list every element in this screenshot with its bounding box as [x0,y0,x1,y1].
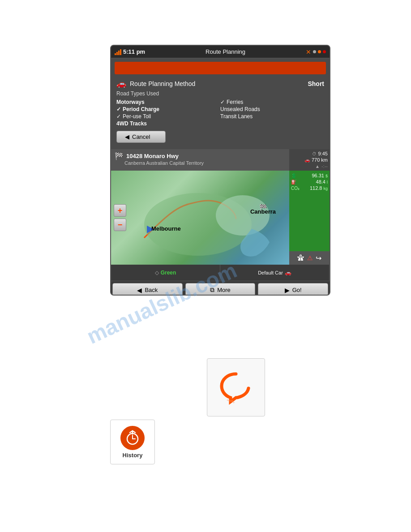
map-container: + − ▶ Melbourne Canberra 🏁 💲 96.31 $ ⛽ [111,171,330,265]
route-bar [115,62,326,74]
svg-point-1 [216,195,270,236]
4wd-label: 4WD Tracks [116,120,147,127]
device-screen: 5:11 pm Route Planning ✕ 🚗 Route Plannin… [110,45,330,296]
turn-icon: ↪ [316,254,321,262]
history-circle [120,426,145,450]
status-time: 5:11 pm [123,48,145,55]
trip-stats-panel: ⏱ 9:45 🚗 770 km ▲ -:-- [289,149,330,171]
history-icon-container[interactable]: History [110,420,155,464]
route-method-row: 🚗 Route Planning Method Short [115,78,326,90]
profile-row: ◇ Green Default Car 🚗 [111,265,330,281]
vehicle-car-icon: 🚗 [285,270,291,276]
signal-bar-4 [120,49,121,55]
road-type-period-charge: ✓ Period Charge [116,106,220,113]
svg-point-0 [144,193,252,256]
signal-bar-1 [115,53,116,55]
nav-panel: 🏁 10428 Monaro Hwy Canberra Australian C… [111,149,330,171]
cancel-arrow-icon: ◀ [125,133,129,140]
arrival-icon: ▲ [315,164,320,169]
profile-mode-value: Green [161,270,176,276]
flag-marker: 🏁 [259,204,267,211]
stat-distance-row: 🚗 770 km [291,157,328,163]
history-clock-svg [124,430,141,446]
signal-bars [115,49,121,55]
road-type-transit-lanes: Transit Lanes [220,113,324,120]
more-button[interactable]: ⧉ More [185,283,256,296]
map-area[interactable]: + − ▶ Melbourne Canberra 🏁 [111,171,289,265]
status-dot-1 [313,50,316,53]
road-types-label: Road Types Used [115,90,326,98]
stat-time-row: ⏱ 9:45 [291,151,328,156]
app-logo-svg [218,369,254,405]
go-label: Go! [292,287,302,293]
road-types-grid: Motorways ✓ Ferries ✓ Period Charge Unse… [115,98,326,128]
route-profile-icon: ◇ [155,270,159,276]
cost-icon: 💲 [291,173,296,178]
road-type-unsealed: Unsealed Roads [220,106,324,113]
per-use-toll-label: Per-use Toll [123,113,151,120]
unsealed-label: Unsealed Roads [220,106,260,112]
ferries-label: Ferries [227,99,243,105]
route-panel: 🚗 Route Planning Method Short Road Types… [111,58,330,149]
cancel-row: ◀ Cancel [115,128,326,146]
cost-value: 96.31 $ [312,173,328,178]
route-svg [111,171,289,265]
route-method-label: Route Planning Method [130,80,195,87]
ferries-check: ✓ [220,99,225,105]
cancel-label: Cancel [132,133,150,140]
status-left: 5:11 pm [115,48,145,55]
history-label: History [123,452,143,459]
signal-bar-3 [118,51,120,55]
fuel-row: ⛽ 48.4 l [291,179,328,185]
destination-info: 🏁 10428 Monaro Hwy Canberra Australian C… [111,149,289,171]
warning-icon: ⚠ [307,254,313,262]
profile-vehicle: Default Car 🚗 [220,265,330,281]
go-button[interactable]: ▶ Go! [258,283,328,296]
checkered-flag-icon: 🏁 [115,152,124,160]
cancel-button[interactable]: ◀ Cancel [116,131,166,143]
highway-icon: 🛣 [297,254,304,262]
transit-lanes-label: Transit Lanes [220,113,253,120]
trip-time: 9:45 [318,151,328,156]
status-title: Route Planning [206,48,245,55]
app-icon-container [207,358,265,416]
road-type-4wd: 4WD Tracks [116,120,220,127]
stat-arrival-row: ▲ -:-- [291,163,328,169]
fuel-icon: ⛽ [291,180,296,184]
clock-icon: ⏱ [312,151,317,156]
car-icon: 🚗 [116,79,126,89]
status-icons: ✕ [306,48,326,56]
trip-arrival: -:-- [321,163,328,169]
status-dot-red [323,50,326,53]
zoom-in-button[interactable]: + [114,204,126,217]
status-bar: 5:11 pm Route Planning ✕ [111,46,330,58]
go-arrow-icon: ▶ [285,287,290,294]
road-type-motorways: Motorways [116,99,220,106]
back-label: Back [145,287,158,293]
profile-mode: ◇ Green [111,265,220,281]
dest-city: Canberra Australian Capital Territory [115,160,286,166]
co2-value: 112.8 kg [310,185,328,191]
road-type-per-use-toll: ✓ Per-use Toll [116,113,220,120]
per-use-toll-check: ✓ [116,113,121,120]
more-icon: ⧉ [210,286,214,294]
route-method-value: Short [308,80,324,87]
road-icon-row: 🛣 ⚠ ↪ [289,251,330,265]
co2-row: CO₂ 112.8 kg [291,185,328,191]
period-charge-label: Period Charge [123,106,159,112]
profile-vehicle-label: Default Car [258,270,283,275]
co2-icon: CO₂ [291,186,300,191]
distance-icon: 🚗 [304,158,310,163]
dest-row1: 🏁 10428 Monaro Hwy [115,152,286,160]
back-button[interactable]: ◀ Back [112,283,183,296]
motorways-label: Motorways [116,99,145,105]
period-charge-check: ✓ [116,106,121,112]
fuel-value: 48.4 l [316,179,328,184]
status-dot-orange [318,50,321,53]
trip-distance: 770 km [312,157,328,163]
zoom-out-button[interactable]: − [114,219,126,231]
signal-bar-2 [116,52,118,55]
green-stats: 💲 96.31 $ ⛽ 48.4 l CO₂ 112.8 [289,171,330,251]
more-label: More [217,287,231,293]
back-arrow-icon: ◀ [137,287,142,294]
